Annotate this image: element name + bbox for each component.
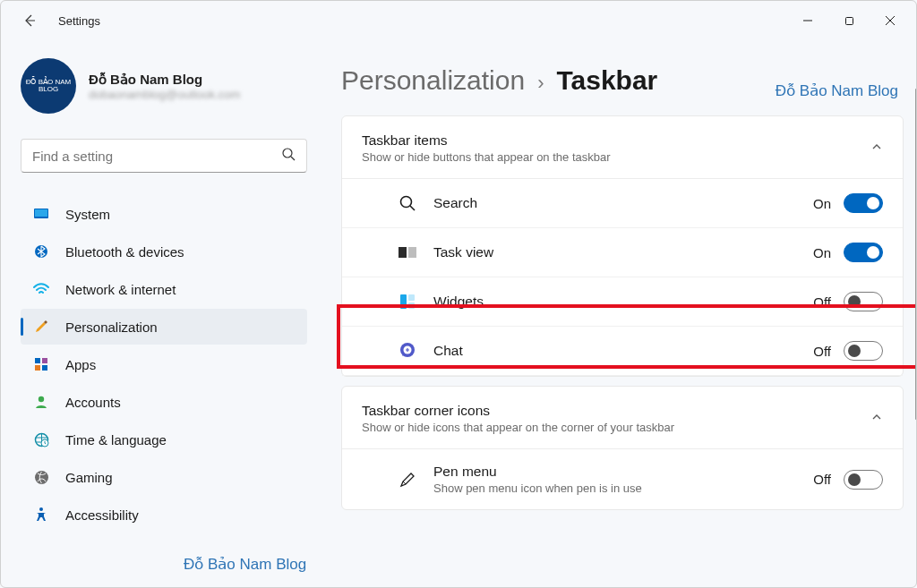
profile-name: Đỗ Bảo Nam Blog — [89, 72, 240, 88]
row-chat: Chat Off — [342, 327, 903, 376]
section-header[interactable]: Taskbar items Show or hide buttons that … — [342, 116, 903, 179]
sidebar-item-apps[interactable]: Apps — [21, 346, 307, 382]
sidebar-item-time[interactable]: Time & language — [21, 422, 307, 457]
svg-rect-15 — [399, 247, 407, 258]
globe-clock-icon — [33, 431, 49, 447]
window-controls — [787, 6, 911, 35]
section-subtitle: Show or hide icons that appear on the co… — [362, 421, 674, 434]
wifi-icon — [33, 281, 49, 297]
row-search: Search On — [342, 179, 903, 228]
accessibility-icon — [33, 507, 49, 523]
toggle-penmenu[interactable] — [844, 470, 883, 490]
chat-icon — [398, 341, 417, 361]
search-input-wrap[interactable] — [21, 139, 307, 173]
sidebar-item-personalization[interactable]: Personalization — [21, 309, 307, 345]
maximize-button[interactable] — [828, 6, 870, 35]
row-sub: Show pen menu icon when pen is in use — [433, 481, 666, 495]
back-button[interactable] — [21, 12, 39, 30]
sidebar-item-label: Personalization — [65, 320, 158, 335]
sidebar-item-label: Time & language — [65, 432, 167, 447]
section-taskbar-items: Taskbar items Show or hide buttons that … — [341, 115, 904, 377]
sidebar-item-label: Network & internet — [65, 282, 176, 297]
person-icon — [33, 394, 49, 410]
avatar: ĐỖ BẢO NAM BLOG — [21, 58, 76, 114]
toggle-state: On — [813, 245, 831, 260]
svg-rect-16 — [408, 247, 416, 258]
breadcrumb-parent[interactable]: Personalization — [341, 65, 525, 96]
sidebar-item-label: Accessibility — [65, 507, 139, 523]
toggle-state: Off — [813, 472, 831, 487]
toggle-state: Off — [813, 294, 831, 310]
system-icon — [33, 206, 49, 222]
row-label: Widgets — [433, 294, 813, 310]
toggle-state: Off — [813, 344, 831, 359]
close-button[interactable] — [870, 6, 911, 35]
sidebar-item-system[interactable]: System — [21, 196, 307, 232]
sidebar: ĐỖ BẢO NAM BLOG Đỗ Bảo Nam Blog dobaonam… — [1, 40, 314, 587]
svg-rect-17 — [400, 294, 407, 309]
sidebar-item-bluetooth[interactable]: Bluetooth & devices — [21, 234, 307, 269]
section-header[interactable]: Taskbar corner icons Show or hide icons … — [342, 387, 903, 449]
scrollbar[interactable] — [912, 89, 915, 582]
section-subtitle: Show or hide buttons that appear on the … — [362, 150, 611, 164]
chevron-up-icon — [870, 411, 883, 427]
nav: System Bluetooth & devices Network & int… — [21, 196, 307, 533]
bluetooth-icon — [33, 243, 49, 260]
svg-rect-7 — [35, 365, 40, 371]
section-title: Taskbar items — [362, 132, 611, 149]
row-widgets: Widgets Off — [342, 277, 903, 327]
profile-email: dobaonamblog@outlook.com — [89, 88, 240, 101]
svg-rect-0 — [845, 17, 853, 24]
search-icon — [398, 193, 417, 213]
svg-point-13 — [39, 507, 43, 511]
toggle-widgets[interactable] — [844, 292, 883, 311]
sidebar-item-label: Apps — [65, 357, 96, 372]
svg-point-14 — [401, 197, 412, 208]
section-corner-icons: Taskbar corner icons Show or hide icons … — [341, 386, 904, 510]
paintbrush-icon — [33, 319, 49, 335]
svg-rect-3 — [35, 209, 47, 217]
minimize-button[interactable] — [787, 6, 828, 35]
search-icon — [281, 147, 296, 165]
sidebar-item-accessibility[interactable]: Accessibility — [21, 497, 307, 533]
toggle-taskview[interactable] — [844, 243, 883, 262]
titlebar: Settings — [1, 1, 916, 40]
row-label: Chat — [433, 343, 813, 359]
widgets-icon — [398, 292, 417, 311]
chevron-right-icon: › — [537, 72, 544, 95]
row-penmenu: Pen menu Show pen menu icon when pen is … — [342, 449, 903, 509]
watermark: Đỗ Bảo Nam Blog — [184, 555, 306, 574]
main-content: Personalization › Taskbar Taskbar items … — [314, 40, 916, 587]
toggle-chat[interactable] — [844, 341, 883, 361]
apps-icon — [33, 356, 49, 372]
sidebar-item-label: Accounts — [65, 395, 121, 410]
sidebar-item-gaming[interactable]: Gaming — [21, 459, 307, 495]
app-title: Settings — [58, 14, 100, 28]
toggle-state: On — [813, 196, 831, 211]
svg-rect-6 — [42, 358, 47, 363]
svg-rect-8 — [42, 365, 47, 371]
toggle-search[interactable] — [844, 193, 883, 213]
svg-rect-5 — [35, 358, 40, 363]
sidebar-item-label: Bluetooth & devices — [65, 244, 184, 260]
search-input[interactable] — [32, 149, 281, 164]
sidebar-item-label: System — [65, 207, 110, 222]
sidebar-item-accounts[interactable]: Accounts — [21, 384, 307, 420]
section-title: Taskbar corner icons — [362, 403, 674, 419]
svg-point-1 — [283, 149, 292, 158]
row-label: Pen menu — [433, 464, 813, 480]
breadcrumb-current: Taskbar — [556, 65, 657, 96]
watermark: Đỗ Bảo Nam Blog — [776, 81, 898, 100]
svg-rect-18 — [408, 294, 415, 301]
xbox-icon — [33, 469, 49, 485]
row-label: Search — [433, 195, 813, 211]
sidebar-item-network[interactable]: Network & internet — [21, 271, 307, 307]
pen-icon — [398, 470, 417, 490]
sidebar-item-label: Gaming — [65, 470, 113, 485]
profile-block[interactable]: ĐỖ BẢO NAM BLOG Đỗ Bảo Nam Blog dobaonam… — [21, 55, 307, 126]
chevron-up-icon — [870, 141, 883, 157]
row-taskview: Task view On — [342, 228, 903, 277]
row-label: Task view — [433, 244, 813, 260]
svg-point-9 — [39, 396, 44, 402]
svg-rect-19 — [408, 303, 415, 309]
